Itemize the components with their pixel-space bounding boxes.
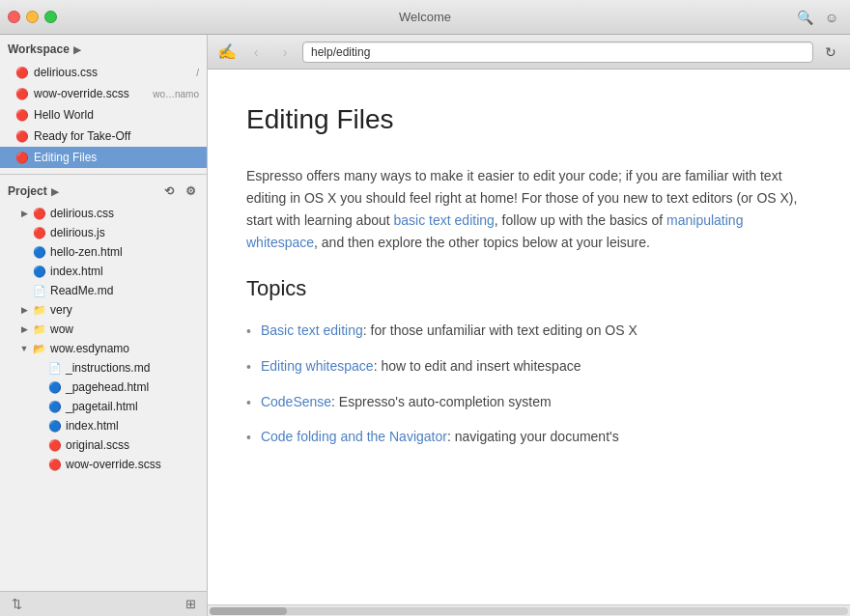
minimize-button[interactable] [26, 11, 39, 23]
project-header-icons: ⟲ ⚙ [160, 182, 199, 200]
workspace-label: Workspace [8, 42, 70, 56]
url-text: help/editing [311, 45, 370, 59]
tree-item-delirious-js[interactable]: 🔴 delirious.js [0, 223, 207, 242]
tree-item-label: hello-zen.html [50, 245, 123, 259]
active-file-icon: 🔴 [15, 151, 29, 164]
project-label: Project [8, 184, 47, 198]
scss-icon2: 🔴 [48, 438, 62, 452]
workspace-item-label: Editing Files [34, 151, 97, 164]
back-button[interactable]: ‹ [244, 41, 268, 64]
tree-item-label: _instructions.md [66, 361, 150, 375]
tree-item-wow-esdynamo[interactable]: 📂 wow.esdynamo [0, 339, 207, 358]
folder-icon2: 📁 [33, 322, 46, 336]
intro-text-3: , and then explore the other topics belo… [314, 235, 650, 250]
tree-item-label: wow [50, 322, 73, 336]
workspace-items: 🔴 delirious.css / 🔴 wow-override.scss wo… [0, 60, 207, 170]
js-icon: 🔴 [33, 226, 46, 239]
sidebar-bottom-left-icon[interactable]: ⇅ [8, 596, 25, 613]
project-settings-icon[interactable]: ⚙ [182, 182, 199, 200]
doc-intro: Espresso offers many ways to make it eas… [246, 165, 811, 254]
tree-item-readme[interactable]: 📄 ReadMe.md [0, 281, 207, 300]
tree-item-wow-override-scss[interactable]: 🔴 wow-override.scss [0, 455, 207, 474]
main-layout: Workspace ▶ 🔴 delirious.css / 🔴 wow-over… [0, 35, 850, 616]
topic-desc: : Espresso's auto-completion system [331, 394, 552, 409]
nav-action-icon[interactable]: ✍ [215, 41, 239, 64]
tree-item-label: wow.esdynamo [50, 342, 129, 355]
basic-text-editing-link[interactable]: basic text editing [394, 212, 495, 228]
workspace-item-ready-for-takeoff[interactable]: 🔴 Ready for Take-Off [0, 126, 207, 147]
doc-title: Editing Files [246, 98, 811, 142]
tree-item-label: very [50, 303, 72, 317]
workspace-item-wow-override-scss[interactable]: 🔴 wow-override.scss wo…namo [0, 83, 207, 104]
html-blue-icon4: 🔵 [48, 400, 62, 413]
tree-item-instructions[interactable]: 📄 _instructions.md [0, 358, 207, 378]
sidebar-bottom-bar: ⇅ ⊞ [0, 591, 207, 616]
html-blue-icon2: 🔵 [33, 265, 46, 278]
topic-link-code-folding[interactable]: Code folding and the Navigator [261, 429, 447, 444]
workspace-section: Workspace ▶ 🔴 delirious.css / 🔴 wow-over… [0, 35, 207, 175]
project-history-icon[interactable]: ⟲ [160, 182, 178, 200]
css-file-icon: 🔴 [15, 66, 29, 79]
topic-content: Code folding and the Navigator: navigati… [261, 427, 619, 448]
search-icon[interactable]: 🔍 [794, 7, 815, 28]
url-bar[interactable]: help/editing [302, 42, 813, 63]
workspace-item-badge: / [196, 68, 199, 78]
topic-item-basic-text-editing: Basic text editing: for those unfamiliar… [246, 321, 811, 343]
title-bar-actions: 🔍 ☺ [794, 7, 842, 28]
scrollbar-track [210, 607, 848, 615]
md-icon2: 📄 [48, 361, 62, 375]
topics-list: Basic text editing: for those unfamiliar… [246, 321, 811, 449]
tree-triangle [19, 344, 29, 353]
topic-link-codesense[interactable]: CodeSense [261, 394, 331, 409]
workspace-chevron: ▶ [73, 44, 81, 55]
html-red-file-icon2: 🔴 [15, 129, 29, 143]
window-title: Welcome [399, 10, 451, 24]
doc-content: Editing Files Espresso offers many ways … [208, 70, 850, 604]
emoji-icon[interactable]: ☺ [821, 7, 842, 28]
project-header[interactable]: Project ▶ ⟲ ⚙ [0, 179, 207, 204]
tree-item-hello-zen[interactable]: 🔵 hello-zen.html [0, 242, 207, 262]
tree-item-delirious-css[interactable]: 🔴 delirious.css [0, 204, 207, 223]
tree-item-wow[interactable]: 📁 wow [0, 320, 207, 339]
topic-link-whitespace[interactable]: Editing whitespace [261, 358, 374, 374]
workspace-header[interactable]: Workspace ▶ [0, 39, 207, 60]
topic-desc: : for those unfamiliar with text editing… [363, 322, 638, 338]
tree-item-original-scss[interactable]: 🔴 original.scss [0, 435, 207, 455]
workspace-item-label: wow-override.scss [34, 87, 129, 100]
intro-text-2: , follow up with the basics of [495, 212, 663, 228]
traffic-lights [8, 11, 57, 23]
close-button[interactable] [8, 11, 20, 23]
tree-item-label: wow-override.scss [66, 458, 161, 471]
tree-item-label: index.html [50, 265, 103, 278]
css-icon: 🔴 [33, 207, 46, 220]
tree-triangle [19, 209, 29, 218]
workspace-item-label: delirious.css [34, 66, 98, 79]
content-area: ✍ ‹ › help/editing ↻ Editing Files Espre… [208, 35, 850, 616]
tree-item-pagetail[interactable]: 🔵 _pagetail.html [0, 397, 207, 416]
html-blue-icon3: 🔵 [48, 380, 62, 394]
workspace-item-hello-world[interactable]: 🔴 Hello World [0, 104, 207, 126]
project-chevron: ▶ [51, 186, 59, 197]
scss-icon3: 🔴 [48, 458, 62, 471]
topic-item-codesense: CodeSense: Espresso's auto-completion sy… [246, 392, 811, 414]
tree-item-pagehead[interactable]: 🔵 _pagehead.html [0, 378, 207, 397]
tree-item-label: delirious.css [50, 207, 114, 220]
sidebar-bottom-right-icon[interactable]: ⊞ [182, 596, 199, 613]
tree-item-index-html[interactable]: 🔵 index.html [0, 262, 207, 281]
forward-button[interactable]: › [273, 41, 297, 64]
tree-item-index-html2[interactable]: 🔵 index.html [0, 416, 207, 435]
scrollbar-thumb[interactable] [210, 607, 287, 615]
reload-button[interactable]: ↻ [819, 41, 842, 64]
topic-content: CodeSense: Espresso's auto-completion sy… [261, 392, 552, 413]
folder-icon: 📁 [33, 303, 46, 317]
tree-item-label: delirious.js [50, 226, 105, 239]
topic-link-basic[interactable]: Basic text editing [261, 322, 363, 338]
tree-triangle [19, 305, 29, 315]
workspace-item-label: Ready for Take-Off [34, 129, 130, 143]
workspace-item-editing-files[interactable]: 🔴 Editing Files [0, 147, 207, 168]
browser-toolbar: ✍ ‹ › help/editing ↻ [208, 35, 850, 70]
horizontal-scrollbar[interactable] [208, 604, 850, 616]
workspace-item-delirious-css[interactable]: 🔴 delirious.css / [0, 62, 207, 83]
maximize-button[interactable] [44, 11, 57, 23]
tree-item-very[interactable]: 📁 very [0, 300, 207, 320]
